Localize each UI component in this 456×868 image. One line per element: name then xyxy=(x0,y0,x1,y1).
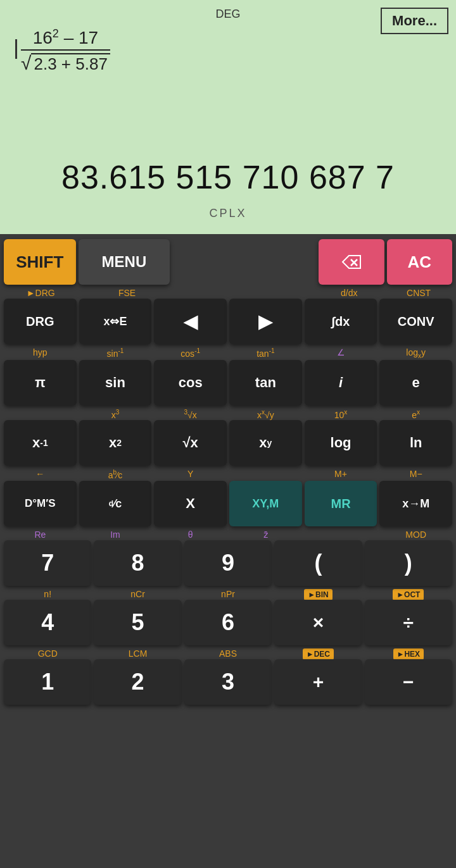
tobin-lbl: ►BIN xyxy=(274,587,362,600)
labels-row-3: x3 3√x xx√y 10x ex xyxy=(4,407,452,421)
x3-label: x3 xyxy=(79,407,152,421)
conv-button[interactable]: CONV xyxy=(379,299,452,344)
rparen-button[interactable]: ) xyxy=(365,540,452,586)
empty-label2 xyxy=(246,286,313,299)
sin-inv-label: sin-1 xyxy=(79,345,152,360)
labels-row-7: GCD LCM ABS ►DEC ►HEX xyxy=(4,647,452,659)
empty-label xyxy=(177,286,244,299)
multiply-button[interactable]: × xyxy=(274,600,362,645)
one-button[interactable]: 1 xyxy=(4,659,91,705)
nfact-lbl: n! xyxy=(4,587,91,600)
tan-button[interactable]: tan xyxy=(229,360,302,406)
y-lbl: Y xyxy=(154,467,227,481)
labels-row-1: ►DRG FSE d/dx CNST xyxy=(4,286,452,299)
logxy-label: logxy xyxy=(379,345,452,360)
drg-label: ►DRG xyxy=(4,286,77,299)
fraction-numerator: 162 – 17 xyxy=(21,27,110,51)
seven-button[interactable]: 7 xyxy=(4,540,91,586)
dc-button[interactable]: d∕c xyxy=(79,481,152,526)
menu-button[interactable]: MENU xyxy=(79,239,170,285)
row-shift-menu: SHIFT MENU AC xyxy=(4,239,452,285)
four-button[interactable]: 4 xyxy=(4,600,91,645)
xy-button[interactable]: xy xyxy=(229,420,302,466)
fse-label: FSE xyxy=(80,286,174,299)
tohex-lbl: ►HEX xyxy=(365,647,452,659)
todec-lbl: ►DEC xyxy=(274,647,362,659)
labels-row-4: ← ab∕c Y M+ M− xyxy=(4,467,452,481)
lparen-button[interactable]: ( xyxy=(274,540,362,586)
ln-button[interactable]: ln xyxy=(379,420,452,466)
cbrt-label: 3√x xyxy=(154,407,227,421)
row-drg: DRG x⇔E ◀ ▶ ∫dx CONV xyxy=(4,299,452,344)
sin-button[interactable]: sin xyxy=(79,360,152,406)
left-arrow-lbl: ← xyxy=(4,467,77,481)
abc-lbl: ab∕c xyxy=(79,467,152,481)
row-123: 1 2 3 + − xyxy=(4,659,452,705)
more-button[interactable]: More... xyxy=(381,8,448,34)
integral-button[interactable]: ∫dx xyxy=(305,299,377,344)
lcm-lbl: LCM xyxy=(94,647,181,659)
minus-button[interactable]: − xyxy=(365,659,452,705)
npr-lbl: nPr xyxy=(184,587,272,600)
xym-button[interactable]: XY,M xyxy=(229,481,302,526)
tooct-badge: ►OCT xyxy=(393,589,424,600)
cos-inv-label: cos-1 xyxy=(154,345,227,360)
mr-button[interactable]: MR xyxy=(305,481,377,526)
right-arrow-button[interactable]: ▶ xyxy=(229,299,302,344)
row-dms: D°M′S d∕c X XY,M MR x→M xyxy=(4,481,452,526)
cplx-label: CPLX xyxy=(0,207,456,220)
six-button[interactable]: 6 xyxy=(184,600,272,645)
row-456: 4 5 6 × ÷ xyxy=(4,600,452,645)
tan-inv-label: tan-1 xyxy=(229,345,302,360)
dms-button[interactable]: D°M′S xyxy=(4,481,77,526)
divide-button[interactable]: ÷ xyxy=(365,600,452,645)
ddx-label: d/dx xyxy=(315,286,383,299)
tooct-lbl: ►OCT xyxy=(365,587,452,600)
labels-row-2: hyp sin-1 cos-1 tan-1 ∠ logxy xyxy=(4,345,452,360)
gcd-lbl: GCD xyxy=(4,647,91,659)
theta-lbl: θ xyxy=(154,528,227,540)
x-coord-button[interactable]: X xyxy=(154,481,227,526)
tobin-badge: ►BIN xyxy=(304,589,332,600)
pi-button[interactable]: π xyxy=(4,360,77,406)
cos-button[interactable]: cos xyxy=(154,360,227,406)
zbar-lbl: z̄ xyxy=(229,528,302,540)
calculator-body: SHIFT MENU AC ►DRG FSE d/dx CNST DRG x⇔E… xyxy=(0,234,456,711)
ac-button[interactable]: AC xyxy=(387,239,452,285)
drg-button[interactable]: DRG xyxy=(4,299,77,344)
eight-button[interactable]: 8 xyxy=(94,540,181,586)
ex-label: ex xyxy=(379,407,452,421)
mplus-lbl: M+ xyxy=(305,467,377,481)
e-button[interactable]: e xyxy=(379,360,452,406)
abs-lbl: ABS xyxy=(184,647,272,659)
shift-button[interactable]: SHIFT xyxy=(4,239,76,285)
xe-button[interactable]: x⇔E xyxy=(79,299,152,344)
sqrt-button[interactable]: √x xyxy=(154,420,227,466)
empty5 xyxy=(229,467,302,481)
log-button[interactable]: log xyxy=(305,420,377,466)
xinv-button[interactable]: x-1 xyxy=(4,420,77,466)
two-button[interactable]: 2 xyxy=(94,659,181,705)
five-button[interactable]: 5 xyxy=(94,600,181,645)
xtom-button[interactable]: x→M xyxy=(379,481,452,526)
x2-button[interactable]: x2 xyxy=(79,420,152,466)
backspace-button[interactable] xyxy=(319,239,384,285)
mod-lbl: MOD xyxy=(379,528,452,540)
row-trig: π sin cos tan i e xyxy=(4,360,452,406)
tenx-label: 10x xyxy=(305,407,377,421)
plus-button[interactable]: + xyxy=(274,659,362,705)
i-button[interactable]: i xyxy=(305,360,377,406)
xrty-label: xx√y xyxy=(229,407,302,421)
ncr-lbl: nCr xyxy=(94,587,181,600)
result-display: 83.615 515 710 687 7 xyxy=(0,158,456,196)
three-button[interactable]: 3 xyxy=(184,659,272,705)
im-lbl: Im xyxy=(79,528,152,540)
cnst-label: CNST xyxy=(385,286,452,299)
tohex-badge: ►HEX xyxy=(393,648,424,660)
fraction-denominator: √2.3 + 5.87 xyxy=(21,51,110,74)
hyp-label: hyp xyxy=(4,345,77,360)
left-arrow-button[interactable]: ◀ xyxy=(154,299,227,344)
re-lbl: Re xyxy=(4,528,77,540)
row-power: x-1 x2 √x xy log ln xyxy=(4,420,452,466)
nine-button[interactable]: 9 xyxy=(184,540,272,586)
